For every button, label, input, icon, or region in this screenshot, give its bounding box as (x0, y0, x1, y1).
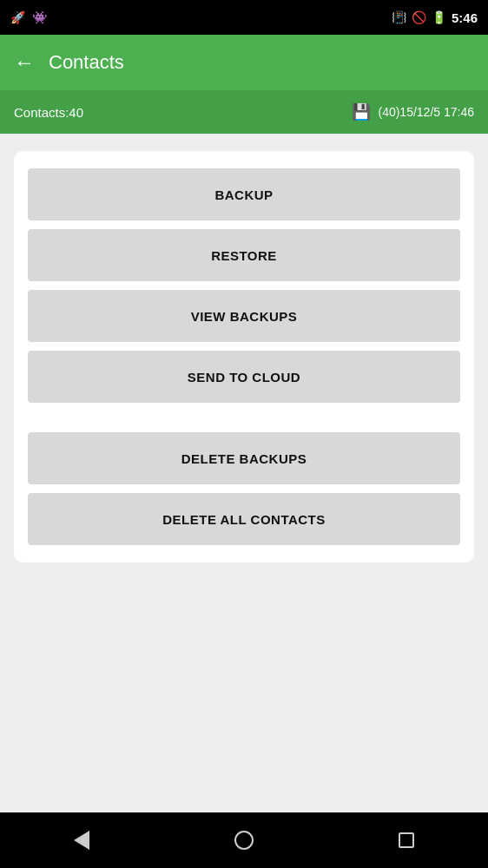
view-backups-button[interactable]: VIEW BACKUPS (28, 290, 460, 342)
vibrate-icon: 📳 (392, 10, 406, 24)
back-nav-button[interactable] (60, 823, 103, 858)
recent-nav-button[interactable] (385, 823, 428, 858)
signal-blocked-icon: 🚫 (412, 10, 426, 24)
contacts-count: Contacts:40 (14, 105, 83, 120)
status-bar: 🚀 👾 📳 🚫 🔋 5:46 (0, 0, 488, 35)
rocket-icon: 🚀 (10, 10, 25, 24)
back-nav-icon (74, 831, 89, 850)
actions-card: BACKUP RESTORE VIEW BACKUPS SEND TO CLOU… (14, 151, 474, 562)
backup-timestamp: (40)15/12/5 17:46 (378, 105, 474, 119)
status-bar-left: 🚀 👾 (10, 10, 47, 24)
delete-all-contacts-button[interactable]: DELETE ALL CONTACTS (28, 493, 460, 545)
restore-button[interactable]: RESTORE (28, 229, 460, 281)
alien-icon: 👾 (32, 10, 47, 24)
app-bar: ← Contacts (0, 35, 488, 90)
status-time: 5:46 (452, 10, 478, 25)
delete-backups-button[interactable]: DELETE BACKUPS (28, 432, 460, 484)
navigation-bar (0, 812, 488, 868)
save-icon: 💾 (352, 102, 371, 122)
home-nav-icon (234, 831, 254, 850)
send-to-cloud-button[interactable]: SEND TO CLOUD (28, 351, 460, 403)
back-button[interactable]: ← (14, 50, 35, 75)
recent-nav-icon (399, 832, 414, 848)
battery-icon: 🔋 (432, 10, 446, 24)
page-title: Contacts (49, 51, 124, 74)
status-bar-right: 📳 🚫 🔋 5:46 (392, 10, 478, 25)
info-bar: Contacts:40 💾 (40)15/12/5 17:46 (0, 90, 488, 134)
spacer (28, 411, 460, 424)
backup-button[interactable]: BACKUP (28, 168, 460, 220)
backup-info: 💾 (40)15/12/5 17:46 (352, 102, 474, 122)
home-nav-button[interactable] (222, 823, 266, 858)
main-content: BACKUP RESTORE VIEW BACKUPS SEND TO CLOU… (0, 134, 488, 812)
